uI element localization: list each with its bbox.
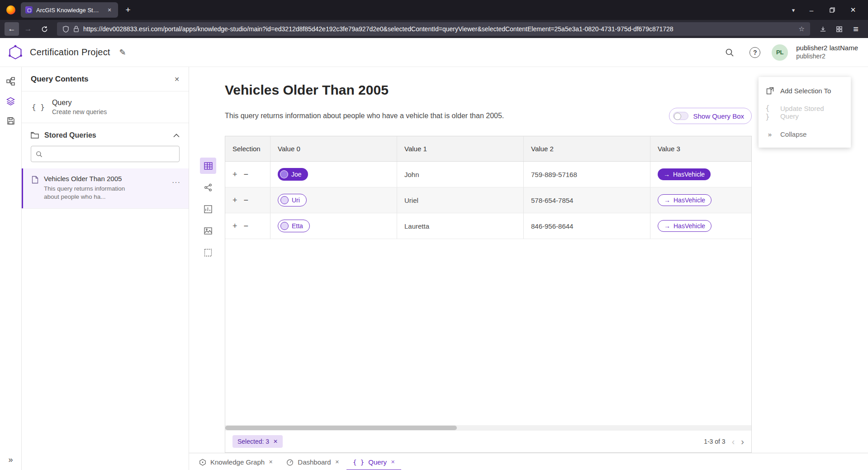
search-icon (36, 151, 43, 158)
cell-value2[interactable]: 759-889-57168 (524, 162, 650, 187)
entity-pill[interactable]: Joe (278, 168, 308, 181)
user-info[interactable]: publisher2 lastName publisher2 (796, 44, 858, 60)
data-model-icon (6, 77, 15, 86)
restore-icon (830, 7, 835, 13)
braces-icon: { } (353, 459, 364, 466)
column-header-value2[interactable]: Value 2 (524, 136, 650, 161)
menu-item-collapse[interactable]: » Collapse (759, 123, 851, 145)
add-to-selection-icon[interactable]: + (232, 170, 237, 178)
add-to-selection-icon[interactable]: + (232, 196, 237, 204)
back-button[interactable]: ← (5, 22, 19, 36)
cell-value2[interactable]: 578-654-7854 (524, 187, 650, 213)
cell-value1[interactable]: John (397, 162, 524, 187)
table-row[interactable]: + − Etta Lauretta 846-956-8644 →HasVehic… (225, 213, 751, 239)
tracking-shield-icon[interactable] (62, 26, 69, 33)
app-menu-icon[interactable]: ≡ (848, 22, 863, 36)
contents-layers-button[interactable] (3, 93, 19, 109)
relationship-arrow-icon: → (664, 222, 670, 230)
cell-value1[interactable]: Uriel (397, 187, 524, 213)
remove-from-selection-icon[interactable]: − (244, 222, 249, 230)
window-minimize-button[interactable]: – (801, 2, 822, 18)
new-query-item[interactable]: { } Query Create new queries (22, 91, 189, 123)
previous-page-icon[interactable]: ‹ (732, 437, 735, 446)
menu-item-add-selection-to[interactable]: Add Selection To (759, 80, 851, 101)
save-to-pocket-icon[interactable] (816, 22, 830, 36)
column-header-value3[interactable]: Value 3 (650, 136, 751, 161)
relationship-pill[interactable]: →HasVehicle (658, 220, 711, 232)
column-header-value1[interactable]: Value 1 (397, 136, 524, 161)
table-view-button[interactable] (200, 158, 216, 174)
relationship-pill[interactable]: →HasVehicle (658, 168, 711, 180)
column-header-selection[interactable]: Selection (225, 136, 270, 161)
stored-query-item[interactable]: Vehicles Older Than 2005 This query retu… (22, 168, 189, 209)
cell-value2[interactable]: 846-956-8644 (524, 213, 650, 239)
reload-button[interactable] (37, 22, 52, 36)
table-row[interactable]: + − Uri Uriel 578-654-7854 →HasVehicle (225, 187, 751, 213)
stored-queries-search-input[interactable] (46, 150, 175, 158)
stored-query-options-icon[interactable]: ··· (172, 178, 180, 187)
tab-knowledge-graph[interactable]: Knowledge Graph ✕ (193, 453, 279, 470)
relationship-pill[interactable]: →HasVehicle (658, 194, 711, 206)
save-button[interactable] (3, 113, 19, 129)
view-toolbar (200, 158, 216, 261)
stored-queries-header[interactable]: Stored Queries (22, 123, 189, 144)
entity-pill[interactable]: Etta (278, 220, 310, 232)
stored-query-title: Vehicles Older Than 2005 (44, 175, 134, 182)
menu-item-update-stored-query[interactable]: { } Update Stored Query (759, 101, 851, 123)
panel-title: Query Contents (31, 75, 89, 84)
clear-selection-icon[interactable]: ✕ (273, 438, 278, 445)
link-chart-view-button[interactable] (200, 179, 216, 196)
add-selection-icon (765, 87, 774, 95)
remove-from-selection-icon[interactable]: − (244, 196, 249, 204)
url-bar[interactable]: https://dev0028833.esri.com/portal/apps/… (57, 22, 810, 36)
header-search-button[interactable] (721, 44, 738, 61)
url-text[interactable]: https://dev0028833.esri.com/portal/apps/… (83, 25, 795, 33)
tab-close-button[interactable]: ✕ (105, 6, 114, 14)
user-avatar[interactable]: PL (772, 44, 788, 61)
table-row[interactable]: + − Joe John 759-889-57168 →HasVehicle (225, 162, 751, 187)
tab-query[interactable]: { } Query ✕ (346, 453, 401, 470)
map-view-button[interactable] (200, 223, 216, 239)
browser-tab[interactable]: ArcGIS Knowledge Studio ✕ (21, 2, 118, 18)
selection-marquee-icon (204, 249, 212, 257)
show-query-box-toggle[interactable]: Show Query Box (669, 108, 752, 124)
forward-button[interactable]: → (21, 22, 35, 36)
list-tabs-chevron-icon[interactable]: ▾ (786, 3, 801, 17)
add-to-selection-icon[interactable]: + (232, 222, 237, 230)
browser-tab-bar: ArcGIS Knowledge Studio ✕ + ▾ – ✕ (0, 0, 868, 20)
horizontal-scrollbar[interactable] (225, 425, 751, 431)
selection-tools-button[interactable] (200, 245, 216, 261)
tab-dashboard[interactable]: Dashboard ✕ (280, 453, 346, 470)
column-header-value0[interactable]: Value 0 (270, 136, 397, 161)
next-page-icon[interactable]: › (741, 437, 744, 446)
chart-view-button[interactable] (200, 201, 216, 217)
browser-toolbar: ← → https://dev0028833.esri.com/portal/a… (0, 20, 868, 38)
edit-title-icon[interactable]: ✎ (119, 48, 126, 58)
close-tab-icon[interactable]: ✕ (269, 459, 273, 465)
selected-count-chip[interactable]: Selected: 3 ✕ (232, 435, 283, 448)
extensions-icon[interactable] (832, 22, 846, 36)
chevron-up-icon[interactable] (173, 134, 180, 138)
expand-rail-icon[interactable]: » (8, 455, 13, 465)
new-tab-button[interactable]: + (121, 3, 135, 17)
close-tab-icon[interactable]: ✕ (335, 459, 339, 465)
entity-dot-icon (280, 196, 289, 204)
scrollbar-thumb[interactable] (225, 426, 457, 430)
data-model-button[interactable] (3, 73, 19, 89)
window-close-button[interactable]: ✕ (843, 2, 863, 18)
browser-window: ArcGIS Knowledge Studio ✕ + ▾ – ✕ ← → ht… (0, 0, 868, 470)
close-tab-icon[interactable]: ✕ (391, 459, 395, 465)
view-tabs-bar: Knowledge Graph ✕ Dashboard ✕ { } Query … (189, 453, 868, 470)
remove-from-selection-icon[interactable]: − (244, 170, 249, 178)
cell-value1[interactable]: Lauretta (397, 213, 524, 239)
firefox-icon[interactable] (6, 5, 15, 14)
window-restore-button[interactable] (822, 2, 843, 18)
toggle-switch[interactable] (673, 112, 688, 120)
entity-pill[interactable]: Uri (278, 194, 307, 206)
stored-queries-search[interactable] (31, 146, 180, 162)
help-button[interactable]: ? (746, 44, 764, 61)
lock-icon[interactable] (73, 26, 79, 32)
bookmark-star-icon[interactable]: ☆ (799, 25, 805, 33)
selection-context-menu: Add Selection To { } Update Stored Query… (759, 77, 851, 148)
panel-close-icon[interactable]: ✕ (174, 76, 180, 83)
